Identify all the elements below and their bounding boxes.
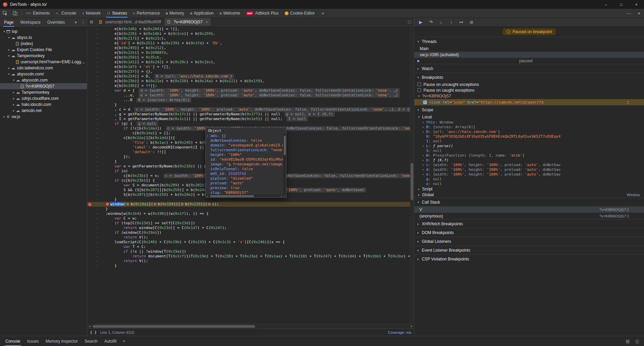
code-line[interactable]: -;window[w(0x1b4) + w(0x198)](w(0x1f1), …: [87, 211, 414, 216]
code-line[interactable]: - ...BB = {sources: Array(6)}: [87, 98, 414, 102]
breakpoint-gutter[interactable]: [87, 150, 92, 155]
breakpoint-gutter[interactable]: [87, 65, 92, 69]
scrollbar-thumb[interactable]: [284, 136, 286, 155]
line-gutter[interactable]: -: [92, 50, 101, 55]
breakpoint-gutter[interactable]: [87, 263, 92, 268]
breakpoint-gutter[interactable]: [87, 178, 92, 183]
line-gutter[interactable]: -: [92, 202, 101, 207]
breakpoint-gutter[interactable]: [87, 126, 92, 131]
tree-item[interactable]: ▾☁abysscdn.com/: [0, 71, 87, 77]
line-gutter[interactable]: -: [92, 65, 101, 69]
breakpoint-marker-icon[interactable]: [88, 203, 91, 206]
line-gutter[interactable]: -: [92, 93, 101, 98]
checkbox[interactable]: [417, 88, 421, 92]
tree-item[interactable]: ▸☁iamcdn.net: [0, 108, 87, 114]
navigator-tab-page[interactable]: Page: [1, 18, 17, 27]
line-gutter[interactable]: -: [92, 102, 101, 107]
breakpoint-gutter[interactable]: [87, 79, 92, 84]
tree-expand-icon[interactable]: ▸: [12, 97, 16, 100]
inline-breakpoint-icon[interactable]: [181, 203, 184, 206]
code-line[interactable]: - return V();: [87, 235, 414, 240]
tree-expand-icon[interactable]: ▸: [12, 103, 16, 106]
line-gutter[interactable]: -: [92, 140, 101, 145]
tree-expand-icon[interactable]: ▾: [7, 36, 11, 39]
popup-property[interactable]: isOnlyTunnel: false: [206, 167, 283, 171]
breakpoint-gutter[interactable]: [87, 27, 92, 31]
scope-variable[interactable]: ▸b: ƒ (K,f): [414, 158, 644, 162]
breakpoint-gutter[interactable]: [87, 183, 92, 188]
global-listeners-section-header[interactable]: ▸Global Listeners: [414, 237, 644, 246]
tree-item[interactable]: (index): [0, 41, 87, 47]
line-gutter[interactable]: -: [92, 235, 101, 240]
checkbox[interactable]: [417, 83, 421, 86]
expand-icon[interactable]: ▸: [422, 121, 426, 124]
code-line[interactable]: - e[b(0x1df) + 'el'] = ![],: [87, 65, 414, 69]
scope-variable[interactable]: o: null: [414, 181, 644, 186]
inline-breakpoint-icon[interactable]: [154, 203, 157, 206]
add-panel-icon[interactable]: +: [318, 9, 328, 18]
line-gutter[interactable]: -: [92, 249, 101, 254]
nav-menu-icon[interactable]: ⋮: [79, 20, 87, 25]
pretty-print-button[interactable]: { }: [90, 330, 97, 335]
code-line[interactable]: - e[b(0x22b)] = 0x16088fe,: [87, 50, 414, 55]
inline-breakpoint-icon[interactable]: [106, 203, 109, 206]
popup-property[interactable]: id: "ednV819wzR-USPXcXOJqt4ScPRvQT5Eb": [206, 157, 283, 162]
code-line[interactable]: - loadScript(C(0x240) + C(0x19b) + C(0x2…: [87, 240, 414, 245]
scroll-left-icon[interactable]: ◂: [206, 194, 209, 198]
breakpoint-file-group[interactable]: ▾ ?v=K8R6OOjS7: [414, 93, 644, 99]
tree-expand-icon[interactable]: ▾: [2, 30, 6, 33]
code-line[interactable]: - e[b(0x254)] = D,D = {url: 'wss://halo.…: [87, 74, 414, 79]
code-line[interactable]: - e[b(0x217)] = b(0x21c),: [87, 36, 414, 41]
breakpoint-gutter[interactable]: [87, 207, 92, 211]
csp-violation-breakpoints-section-header[interactable]: ▸CSP Violation Breakpoints: [414, 255, 644, 263]
inline-breakpoint-icon[interactable]: [126, 203, 129, 206]
breakpoint-gutter[interactable]: [87, 192, 92, 197]
thread-item[interactable]: sw.js #395 (activated): [414, 52, 644, 58]
step-button[interactable]: ↦: [456, 18, 466, 27]
line-gutter[interactable]: -: [92, 221, 101, 226]
expand-icon[interactable]: ▸: [422, 163, 426, 166]
scope-variable[interactable]: H: "1OybFPJO3QJbEsXF1OyU35yGF0EhEskQkZRT…: [414, 134, 644, 139]
expand-icon[interactable]: ▸: [422, 125, 426, 129]
more-options-icon[interactable]: ⋯: [624, 9, 634, 18]
tree-item[interactable]: ▸☁Export Cookies File: [0, 47, 87, 53]
panel-tab-memory[interactable]: ▦Memory: [163, 9, 187, 18]
code-line[interactable]: - if (!x || !window[T(0x19a)]): [87, 249, 414, 254]
tree-expand-icon[interactable]: ▾: [7, 72, 11, 76]
tree-item[interactable]: ▸☁halo.idocdn.com: [0, 101, 87, 108]
line-gutter[interactable]: -: [92, 117, 101, 121]
popup-property[interactable]: domain: "vesebqymv0.globalcdn23.buzz": [206, 143, 283, 148]
line-gutter[interactable]: -: [92, 207, 101, 211]
line-gutter[interactable]: -: [92, 211, 101, 216]
code-line[interactable]: - e['id'] = b(0x251) + b(0x239) + b(0x1f…: [87, 41, 414, 46]
tree-item[interactable]: ▸⚙sw.js: [0, 114, 87, 120]
breakpoint-gutter[interactable]: [87, 74, 92, 79]
line-gutter[interactable]: -: [92, 131, 101, 136]
tree-expand-icon[interactable]: ▸: [2, 115, 6, 118]
panel-tab-sources[interactable]: {}Sources: [104, 9, 130, 18]
scope-variable[interactable]: g: null: [414, 177, 644, 181]
expand-icon[interactable]: ▸: [422, 168, 426, 171]
code-line[interactable]: - e[b(0x256)] = 0x35cb,: [87, 55, 414, 60]
code-line[interactable]: -}: [87, 207, 414, 211]
line-gutter[interactable]: -: [92, 192, 101, 197]
line-gutter[interactable]: -: [92, 254, 101, 259]
code-line[interactable]: - , I = getParameterByName(b(0x1c1)) || …: [87, 117, 414, 121]
inspect-icon[interactable]: [0, 9, 10, 18]
drawer-tab-memory-inspector[interactable]: Memory inspector: [42, 336, 81, 346]
inline-breakpoint-icon[interactable]: [208, 203, 211, 206]
editor-vertical-scrollbar[interactable]: [410, 26, 414, 324]
line-gutter[interactable]: -: [92, 197, 101, 202]
drawer-tab-issues[interactable]: Issues: [24, 336, 42, 346]
line-gutter[interactable]: -: [92, 216, 101, 221]
breakpoint-gutter[interactable]: [87, 98, 92, 102]
line-gutter[interactable]: -: [92, 79, 101, 84]
breakpoint-gutter[interactable]: [87, 245, 92, 249]
code-line[interactable]: - e[b(0x23f)] = {},: [87, 69, 414, 74]
code-line[interactable]: - e[b(0x23b)] = b(0x21e) + b(0x258) + b(…: [87, 79, 414, 84]
call-stack-frame[interactable]: V?v=K8R6OOjS7:1: [414, 206, 644, 213]
code-line[interactable]: - , g = getParameterByName(b(0x1fc)) || …: [87, 112, 414, 117]
popup-property[interactable]: image: "g.freeimagecdn.net/image/K8R6O: [206, 162, 283, 167]
line-gutter[interactable]: -: [92, 126, 101, 131]
line-gutter[interactable]: -: [92, 36, 101, 41]
